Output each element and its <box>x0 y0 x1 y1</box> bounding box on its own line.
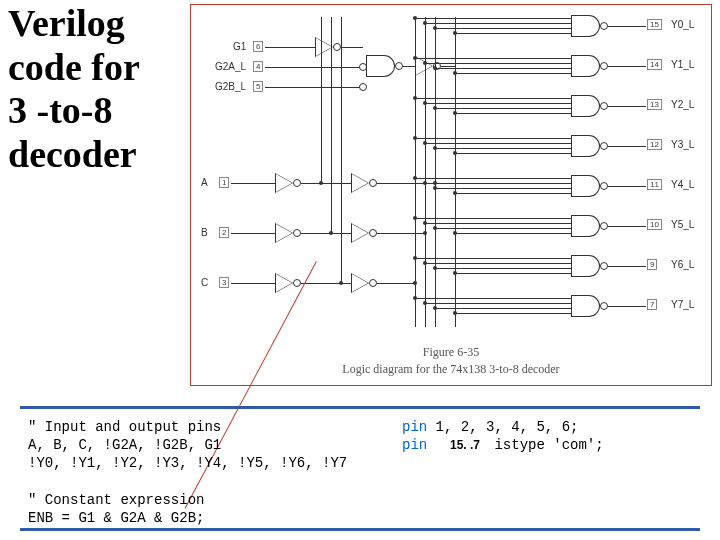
pin-y0_l: 15 <box>647 19 662 30</box>
nand-gate-icon <box>571 135 601 157</box>
keyword-pin: pin <box>402 419 427 435</box>
label-y1_l: Y1_L <box>671 59 694 70</box>
nand-gate-icon <box>571 175 601 197</box>
page-number: 15. .7 <box>450 438 480 452</box>
inverter-icon <box>351 223 369 243</box>
pin-y6_l: 9 <box>647 259 657 270</box>
divider <box>20 528 700 531</box>
pin-g1: 6 <box>253 41 263 52</box>
pin-y3_l: 12 <box>647 139 662 150</box>
pin-y2_l: 13 <box>647 99 662 110</box>
label-g1: G1 <box>233 41 246 52</box>
pin-y1_l: 14 <box>647 59 662 70</box>
label-g2b: G2B_L <box>215 81 246 92</box>
pin-g2a: 4 <box>253 61 263 72</box>
label-a: A <box>201 177 208 188</box>
inverter-icon <box>351 273 369 293</box>
label-b: B <box>201 227 208 238</box>
divider <box>20 406 700 409</box>
inverter-icon <box>275 223 293 243</box>
pin-b: 2 <box>219 227 229 238</box>
title-line-2: code for <box>8 46 140 88</box>
inverter-icon <box>351 173 369 193</box>
nand-gate-icon <box>366 55 396 77</box>
pin-g2b: 5 <box>253 81 263 92</box>
label-y0_l: Y0_L <box>671 19 694 30</box>
code-block-left: " Input and output pins A, B, C, !G2A, !… <box>28 418 347 527</box>
nand-gate-icon <box>571 255 601 277</box>
nand-gate-icon <box>571 95 601 117</box>
label-y5_l: Y5_L <box>671 219 694 230</box>
title-line-4: decoder <box>8 133 137 175</box>
nand-gate-icon <box>571 15 601 37</box>
pin-c: 3 <box>219 277 229 288</box>
pin-y7_l: 7 <box>647 299 657 310</box>
pin-y4_l: 11 <box>647 179 662 190</box>
nand-gate-icon <box>571 295 601 317</box>
label-y6_l: Y6_L <box>671 259 694 270</box>
label-c: C <box>201 277 208 288</box>
slide-title: Verilog code for 3 -to-8 decoder <box>8 2 140 177</box>
inverter-icon <box>415 56 433 76</box>
inverter-icon <box>275 273 293 293</box>
title-line-3: 3 -to-8 <box>8 89 112 131</box>
code-block-right: pin 1, 2, 3, 4, 5, 6; pin istype 'com'; <box>402 418 604 454</box>
label-y4_l: Y4_L <box>671 179 694 190</box>
label-y7_l: Y7_L <box>671 299 694 310</box>
label-y3_l: Y3_L <box>671 139 694 150</box>
label-y2_l: Y2_L <box>671 99 694 110</box>
inverter-icon <box>275 173 293 193</box>
nand-gate-icon <box>571 55 601 77</box>
figure-caption: Logic diagram for the 74x138 3-to-8 deco… <box>342 362 559 376</box>
pin-a: 1 <box>219 177 229 188</box>
label-g2a: G2A_L <box>215 61 246 72</box>
logic-diagram: G1 6 G2A_L 4 G2B_L 5 A 1 B 2 C 3 <box>190 4 712 386</box>
keyword-pin: pin <box>402 437 427 453</box>
nand-gate-icon <box>571 215 601 237</box>
title-line-1: Verilog <box>8 2 125 44</box>
pin-y5_l: 10 <box>647 219 662 230</box>
